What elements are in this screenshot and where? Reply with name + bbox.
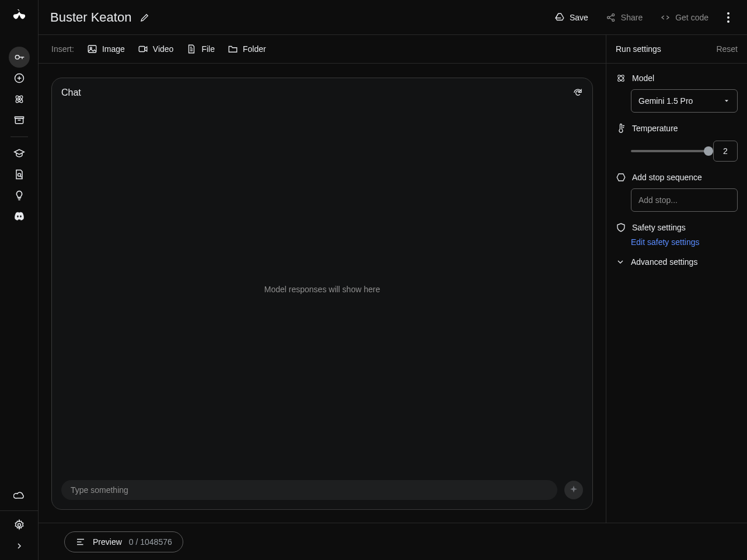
temperature-slider[interactable] (631, 150, 708, 152)
atom-icon (616, 73, 626, 83)
model-label: Model (632, 74, 654, 83)
plus-circle-icon (13, 72, 25, 84)
main: Buster Keaton Save Share Get code Insert… (39, 0, 747, 560)
save-button[interactable]: Save (550, 9, 593, 26)
share-label: Share (621, 13, 643, 22)
lightbulb-icon (13, 190, 25, 201)
key-icon (13, 51, 25, 63)
sidebar-doc-search[interactable] (9, 164, 30, 185)
sidebar-cloud[interactable] (9, 485, 30, 506)
refresh-icon (573, 88, 583, 98)
get-code-button[interactable]: Get code (655, 9, 713, 26)
code-icon (660, 12, 671, 23)
safety-settings-label: Safety settings (632, 223, 686, 232)
divider (11, 136, 28, 137)
sidebar-settings[interactable] (9, 514, 30, 536)
caret-down-icon (723, 97, 730, 104)
hexagon-icon (616, 172, 626, 183)
svg-rect-14 (139, 47, 145, 52)
archive-icon (13, 114, 25, 126)
run-settings-title: Run settings (616, 44, 661, 54)
file-icon (186, 44, 197, 54)
sidebar-discord[interactable] (9, 206, 30, 227)
graduation-cap-icon (13, 148, 25, 159)
atom-icon (13, 93, 25, 105)
thermometer-icon (616, 123, 626, 134)
bottombar: Preview 0 / 1048576 (39, 523, 747, 560)
reset-button[interactable]: Reset (716, 44, 738, 54)
pencil-icon (139, 12, 150, 23)
preview-button[interactable]: Preview 0 / 1048576 (64, 531, 183, 552)
folder-icon (228, 44, 238, 54)
svg-point-8 (18, 524, 20, 527)
preview-label: Preview (93, 537, 122, 547)
svg-rect-6 (15, 118, 23, 124)
sidebar-expand[interactable] (9, 536, 30, 556)
app-logo (11, 0, 27, 35)
insert-video-button[interactable]: Video (138, 44, 174, 54)
temperature-label: Temperature (632, 124, 678, 133)
sparkle-icon (568, 485, 579, 495)
notes-icon (75, 537, 86, 547)
run-settings-panel: Run settings Reset Model Gemini 1.5 Pro (606, 35, 747, 523)
token-count: 0 / 1048576 (129, 537, 172, 547)
discord-icon (13, 211, 25, 222)
chevron-right-icon (15, 541, 24, 551)
insert-toolbar: Insert: Image Video File Folder (39, 35, 606, 64)
sidebar-ideas[interactable] (9, 185, 30, 206)
drive-icon (554, 12, 565, 23)
sidebar-key[interactable] (9, 47, 30, 68)
chat-title: Chat (61, 88, 81, 98)
share-button[interactable]: Share (601, 9, 647, 26)
page-title: Buster Keaton (50, 10, 131, 25)
save-label: Save (570, 13, 588, 22)
svg-point-1 (15, 55, 19, 60)
stop-sequence-label: Add stop sequence (632, 173, 702, 182)
insert-label: Insert: (51, 44, 74, 54)
insert-image-button[interactable]: Image (87, 44, 125, 54)
chat-card: Chat Model responses will show here (51, 78, 593, 510)
advanced-settings-toggle[interactable]: Advanced settings (616, 257, 738, 267)
sidebar-archive[interactable] (9, 110, 30, 131)
model-selected-value: Gemini 1.5 Pro (638, 96, 693, 106)
chat-empty-state: Model responses will show here (61, 98, 583, 480)
model-select[interactable]: Gemini 1.5 Pro (631, 89, 738, 113)
editor-area: Insert: Image Video File Folder (39, 35, 606, 523)
svg-point-5 (18, 99, 20, 100)
more-menu-button[interactable] (721, 9, 735, 26)
sidebar-learn[interactable] (9, 143, 30, 164)
sidebar (0, 0, 39, 560)
chat-input[interactable] (61, 480, 557, 500)
sidebar-add[interactable] (9, 68, 30, 89)
insert-folder-button[interactable]: Folder (228, 44, 266, 54)
image-icon (87, 44, 97, 54)
edit-safety-settings-link[interactable]: Edit safety settings (631, 237, 738, 247)
butterfly-icon (11, 9, 27, 26)
temperature-value[interactable]: 2 (713, 141, 738, 162)
topbar: Buster Keaton Save Share Get code (39, 0, 747, 35)
chevron-down-icon (616, 257, 625, 267)
gear-icon (13, 519, 25, 531)
document-search-icon (13, 169, 25, 180)
stop-sequence-input[interactable] (631, 188, 738, 212)
svg-line-0 (17, 9, 19, 10)
cloud-icon (13, 489, 25, 501)
svg-rect-12 (88, 46, 96, 52)
refresh-chat-button[interactable] (573, 88, 583, 98)
video-icon (138, 44, 148, 54)
advanced-settings-label: Advanced settings (631, 257, 697, 267)
sidebar-atom[interactable] (9, 89, 30, 110)
get-code-label: Get code (675, 13, 708, 22)
shield-icon (616, 222, 626, 233)
share-icon (606, 12, 616, 23)
edit-title-button[interactable] (139, 12, 150, 23)
insert-file-button[interactable]: File (186, 44, 215, 54)
slider-thumb[interactable] (704, 146, 713, 156)
send-button[interactable] (564, 481, 583, 499)
